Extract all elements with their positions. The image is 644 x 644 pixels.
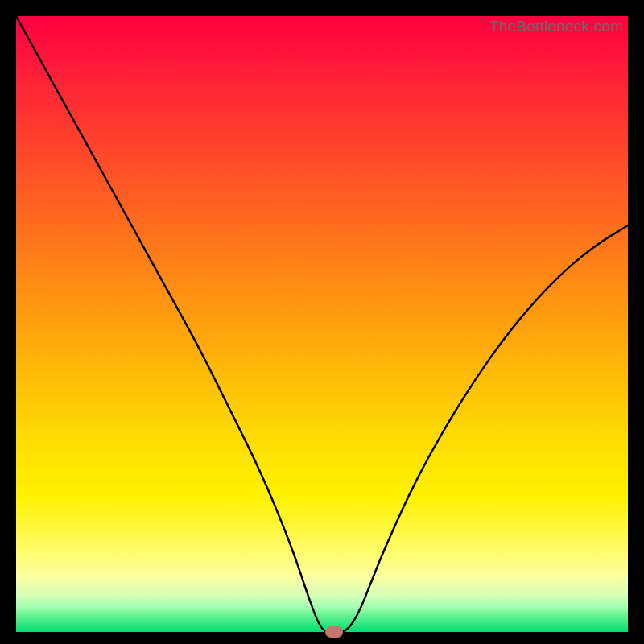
chart-area: TheBottleneck.com <box>16 16 628 632</box>
watermark-text: TheBottleneck.com <box>489 18 623 35</box>
optimal-marker <box>325 626 343 638</box>
bottleneck-curve <box>16 16 628 632</box>
